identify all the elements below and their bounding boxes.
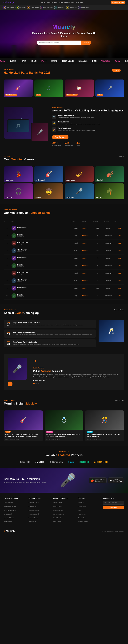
footer-link-indoor[interactable]: Indoor Events (53, 506, 62, 507)
band-card-3[interactable]: 🥁 Bands & Group (65, 80, 94, 97)
app-store-button[interactable]: 🍎 Download on the App Store (89, 478, 106, 484)
footer-link-private[interactable]: Private Events (53, 510, 63, 511)
band-card-1[interactable]: 🎸 Solo Performers (4, 80, 33, 97)
event-item-1[interactable]: JAN 24 City Chase Week Night Out 2023 Ou… (4, 320, 96, 328)
footer-link-corporate-events[interactable]: Corporate Events (53, 513, 64, 515)
genre-card-2[interactable]: 🎸 Rock & Metal (34, 166, 63, 182)
table-row[interactable]: 9 🎸 Beastie Boys London Rock ★★★★★ 102 L… (4, 284, 124, 292)
band-card-2[interactable]: 🎵 Duos (34, 80, 63, 97)
artist-name-1: Meet Sambat (7, 7, 14, 8)
footer-link-outdoor[interactable]: Outdoor Events (53, 502, 63, 503)
table-row[interactable]: 7 🥁 Black Sabbath Birmingham Metal ★★★★★… (4, 270, 124, 277)
blog-title: Morning Insight Musicly (4, 402, 37, 405)
band-card-4[interactable]: 🎤 Tribute (95, 80, 124, 97)
footer-link-hotel[interactable]: Hotel Events (53, 517, 61, 519)
artist-item-6[interactable]: 👩 Dorothy Bay (66, 6, 77, 9)
footer-link-festival[interactable]: Festival Bands (29, 517, 38, 519)
footer-link-terms[interactable]: Terms & Policy (78, 521, 87, 522)
stat-bookings-value: 50K+ (64, 142, 73, 144)
site-logo[interactable]: ♪ Musicly (3, 1, 14, 4)
events-view-all[interactable]: View All Events (114, 309, 124, 311)
event-item-2[interactable]: FEB 14 Party Entertainment Ideas Our tea… (4, 330, 96, 338)
genre-card-5[interactable]: 🎧 Electronic (4, 184, 33, 200)
apple-icon: 🍎 (91, 479, 94, 482)
genre-card-4[interactable]: 🎻 Classical (95, 166, 124, 182)
genre-card-7[interactable]: 🎤 R&B & Soul (65, 184, 94, 200)
nav-help[interactable]: Help Center (76, 2, 83, 3)
genre-card-3[interactable]: 🎺 Jazz & Blues (65, 166, 94, 182)
blog-card-3[interactable]: 🎊 EVENTS Our Calendar Range Of Live Band… (85, 410, 124, 442)
footer-link-corporate[interactable]: Corporate Bands (29, 513, 39, 515)
artist-item-3[interactable]: 👩 The Summers (27, 6, 39, 9)
genres-view-all[interactable]: View All (119, 156, 124, 157)
party-bands-nav-prev[interactable]: ‹ (122, 70, 122, 71)
nav-home[interactable]: Home (41, 2, 45, 3)
welcome-label: Music Agency (52, 107, 124, 108)
scrolling-ticker: Party BAND HIRE YOUR Party BAND HIRE YOU… (0, 58, 128, 64)
footer-link-leeds[interactable]: Leeds Bands (4, 513, 12, 515)
events-header: Special Events Special Event Coming Up V… (4, 309, 124, 317)
blog-card-1[interactable]: 🎸 MUSIC Where's More, Our Live Music To … (4, 410, 43, 442)
artist-item-2[interactable]: 👨 Mia & Film (16, 6, 26, 9)
footer-link-party[interactable]: Party Bands (29, 506, 36, 507)
event-item-3[interactable]: DEC 31 New Year's Eve Party Bands Ring i… (4, 339, 96, 348)
table-row[interactable]: 5 🎸 Beastie Boys London Rock ★★★★☆ 75 Lo… (4, 254, 124, 262)
table-row[interactable]: 10 🎵 Blondie Manchester Pop ★★★★☆ 77 Man… (4, 292, 124, 300)
stat-artists-value: 20K+ (52, 142, 61, 144)
footer-link-blog[interactable]: Blog (78, 510, 81, 511)
events-title: Special Event Coming Up (4, 311, 39, 315)
footer-link-about[interactable]: About Us (78, 502, 84, 503)
testimonial-dot-2[interactable] (36, 383, 37, 384)
footer-link-bristol[interactable]: Bristol Bands (4, 521, 12, 522)
list-services-button[interactable]: List Your Services (111, 1, 125, 4)
footer-link-contact[interactable]: Contact Us (78, 517, 85, 519)
artist-item-5[interactable]: 🎤 Vocals Plus (54, 6, 64, 9)
nav-projects[interactable]: Projects (64, 2, 70, 3)
genre-card-1[interactable]: 💃 Pop & Chart (4, 166, 33, 182)
genre-card-8[interactable]: 🌴 Reggae (95, 184, 124, 200)
footer-link-liverpool[interactable]: Liverpool Bands (4, 517, 14, 519)
testimonial-dot-1[interactable] (33, 383, 35, 384)
table-row[interactable]: 6 🎵 Blondie Manchester Pop ★★★★★ 90 Manc… (4, 262, 124, 270)
genre-card-6[interactable]: 🤠 Country (34, 184, 63, 200)
footer-link-function[interactable]: Function Bands (29, 510, 39, 511)
blog-title-1: Where's More, Our Live Music To The Stag… (4, 433, 43, 439)
blog-card-2[interactable]: 💍 WEDDING The First Dance At A Masked Ba… (45, 410, 83, 442)
blog-image-3: 🎊 (85, 410, 124, 430)
ticker-item-1: Party (0, 60, 5, 62)
welcome-feature-2: 🔒 Book Securely Simple Booking, Online P… (52, 121, 124, 126)
hero-search-input[interactable] (37, 40, 81, 45)
party-bands-view-all-btn[interactable]: View All (112, 69, 121, 72)
table-row[interactable]: 4 🎤 The Coasters Liverpool R&B ★★★★★ 110… (4, 247, 124, 254)
footer-link-wedding[interactable]: Wedding Bands (29, 502, 39, 503)
footer-link-jazz[interactable]: Jazz Bands (29, 521, 36, 522)
subscribe-email-input[interactable] (103, 501, 124, 505)
footer-link-club[interactable]: Club Events (53, 521, 61, 522)
footer-link-birmingham[interactable]: Birmingham Bands (4, 510, 16, 511)
footer-link-manchester[interactable]: Manchester Bands (4, 506, 16, 507)
cta-app-buttons: 🍎 Download on the App Store ▶ Get it on … (89, 478, 124, 484)
testimonial-dot-3[interactable] (38, 383, 39, 384)
artist-item-7[interactable]: 🎵 Neon Party (78, 6, 88, 9)
table-row[interactable]: 8 🎤 The Coasters Liverpool R&B ★★★★☆ 65 … (4, 277, 124, 284)
hero-search-button[interactable]: Search (81, 40, 91, 45)
footer-col-company: Company About Us How It Works Blog Help … (78, 498, 99, 524)
table-row[interactable]: 3 🥁 Black Sabbath Birmingham Metal ★★★★☆… (4, 240, 124, 247)
footer-link-help[interactable]: Help Center (78, 513, 86, 515)
nav-about[interactable]: About Us (47, 2, 53, 3)
blog-view-all[interactable]: View All Blogs (115, 400, 124, 401)
artist-item-4[interactable]: 🎸 The Flamingos (40, 6, 53, 9)
find-out-more-button[interactable]: Find Out More (52, 135, 68, 139)
ticker-item-7: HIRE YOUR (62, 60, 74, 62)
table-row[interactable]: 1 🎸 Beastie Boys London Rock ★★★★★ 120 L… (4, 224, 124, 232)
nav-how[interactable]: How It Works (54, 2, 63, 3)
subscribe-button[interactable]: Subscribe (103, 506, 124, 510)
artist-name-6: Dorothy Bay (70, 7, 77, 8)
party-bands-nav-next[interactable]: › (124, 70, 124, 71)
artist-item-1[interactable]: 👩 Meet Sambat (3, 6, 14, 9)
nav-blog[interactable]: Blog (71, 2, 74, 3)
footer-link-london[interactable]: London Bands (4, 502, 13, 503)
footer-link-how[interactable]: How It Works (78, 506, 86, 507)
table-row[interactable]: 2 🎵 Blondie Manchester Pop ★★★★★ 98 Manc… (4, 232, 124, 240)
google-play-button[interactable]: ▶ Get it on Google Play (108, 478, 124, 484)
